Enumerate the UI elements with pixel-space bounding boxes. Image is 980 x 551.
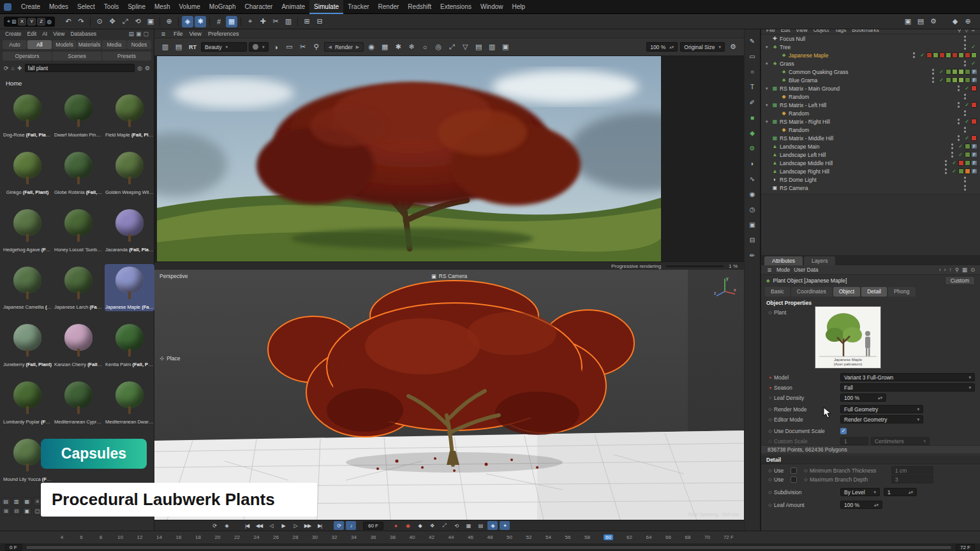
timeline-tick[interactable]: 60 [604,534,613,540]
deformer-icon[interactable]: ◗ [747,158,758,169]
plant-preview-image[interactable]: Japanese Maple (Acer palmatum) [815,306,881,369]
grid-icon[interactable]: # [213,16,225,27]
param-dot-icon[interactable]: ○ [766,395,774,400]
separator[interactable] [160,17,160,26]
object-name[interactable]: Random [789,127,809,133]
shape-tool-icon[interactable]: ▭ [747,51,758,62]
enable-check-icon[interactable]: ✓ [957,143,964,149]
menu-item[interactable]: Help [508,0,530,14]
asset-filter-tab[interactable]: Materials [77,40,101,49]
asset-filter-tab[interactable]: Auto [3,40,27,49]
object-name[interactable]: Landscape Middle Hill [780,160,833,166]
asset-item[interactable]: Golden Weeping Willow (Fall, Plant) [105,149,154,196]
screen-icon[interactable]: ▣ [747,219,758,230]
asset-category-tab[interactable]: Operators [3,52,52,61]
material-chip[interactable] [926,52,932,58]
detail-section-header[interactable]: Detail [761,455,980,464]
material-chip[interactable] [965,168,970,174]
timeline-tick[interactable]: 52 [526,534,532,540]
history-icon[interactable]: ▤ [173,41,184,53]
object-row[interactable]: ▾ ♣ Tree ✓ [761,43,980,51]
selection-tag-chip[interactable]: F [972,152,977,157]
current-frame-field[interactable]: 60 F [363,522,383,530]
layer-b-icon[interactable]: ▥ [12,497,22,506]
asset-item[interactable]: Japanese Larch (Fall, Plant) [54,264,103,311]
timeline-tick[interactable]: 46 [468,534,474,540]
object-name[interactable]: RS Matrix - Right Hill [780,119,830,125]
object-name[interactable]: Landscape Left Hill [780,152,826,158]
object-name[interactable]: Japanese Maple [789,52,828,59]
mode-dropdown[interactable]: Mode [776,267,790,273]
material-chip[interactable] [933,52,939,58]
remove-panel-icon[interactable]: ⊟ [12,507,22,515]
object-row[interactable]: ▲ Landscape Left Hill ✓ F [761,151,980,159]
material-chip[interactable] [952,69,958,75]
material-chip[interactable] [958,160,964,166]
object-row[interactable]: ◆ Random [761,126,980,134]
menu-item[interactable]: Simulate [309,0,343,14]
live-selection-icon[interactable]: ⊙ [94,16,105,27]
visibility-dots[interactable] [963,43,967,50]
property-tab[interactable]: Object [833,287,861,297]
timeline-tick[interactable]: 14 [156,534,163,540]
menu-item[interactable]: Volume [174,0,204,14]
expander-icon[interactable]: ▾ [766,86,771,91]
gear-icon[interactable]: ⚙ [727,41,739,53]
enable-check-icon[interactable]: ✓ [970,61,977,66]
asset-search-input[interactable] [25,64,135,72]
render-pass-dropdown[interactable]: Beauty▾ [201,42,247,52]
prev-key-icon[interactable]: ◀◀ [254,521,264,530]
asset-item[interactable]: Japanese Camellia (Fall, Plant) [3,264,52,311]
key-position-icon[interactable]: ✥ [427,521,437,530]
timeline-tick[interactable]: 28 [292,534,299,540]
timeline-tick[interactable]: 50 [507,534,513,540]
burger-menu-icon[interactable]: ≡ [160,28,167,40]
visibility-dots[interactable] [963,93,967,100]
asset-item[interactable]: Honey Locust 'Sunburst' (Fall, Plant) [54,207,103,254]
custom-scale-field[interactable]: 1 [840,437,868,445]
redo-icon[interactable]: ↷ [75,16,87,27]
render-stepper[interactable]: ◀Render▶ [324,42,364,52]
visibility-dots[interactable] [944,159,947,166]
custom-scale-unit-dropdown[interactable]: Centimeters▾ [871,437,930,445]
visibility-dots[interactable] [957,118,960,125]
timeline-tick[interactable]: 66 [665,534,671,540]
world-axis-icon[interactable]: ⌖ [7,18,10,25]
subdivision-field[interactable]: 1▴▾ [884,488,917,496]
timeline-tick[interactable]: 30 [312,534,318,540]
visibility-dots[interactable] [963,110,967,117]
timeline-ruler[interactable]: 4681012141618202224262830323436384042444… [0,531,980,543]
goto-start-icon[interactable]: |◀ [242,521,252,530]
search-settings-icon[interactable]: ⚙ [145,65,150,71]
home-icon[interactable]: ⌂ [11,65,15,71]
min-branch-use-checkbox[interactable]: ✓ [791,467,797,474]
menu-item[interactable]: Spline [123,0,150,14]
zoom-level-field[interactable]: 100 %▴▾ [646,42,678,52]
solo-icon[interactable]: ▣ [22,507,32,515]
object-name[interactable]: Common Quaking Grass [789,69,849,75]
render-to-picture-icon[interactable]: ▤ [915,16,926,27]
sound-icon[interactable]: ♪ [346,521,356,530]
asset-menu-item[interactable]: Databases [70,31,96,37]
asset-item[interactable]: Mediterranean Dwarf (Fall, Plant) [105,379,154,426]
simulate-settings-icon[interactable]: ✱ [195,16,206,27]
prev-frame-icon[interactable]: ◁ [266,521,276,530]
asset-menu-item[interactable]: AI [42,31,47,37]
visibility-dots[interactable] [932,68,935,75]
move-icon[interactable]: ✥ [107,16,118,27]
selection-tag-chip[interactable]: F [972,161,977,165]
layers-icon[interactable]: ▤ [473,41,484,53]
breadcrumb[interactable]: Home [0,73,154,87]
menu-item[interactable]: Tracker [343,0,374,14]
timeline-tick[interactable]: 44 [448,534,454,540]
menu-item[interactable]: Mesh [150,0,174,14]
rt-button[interactable]: RT [186,44,199,50]
timeline-tick[interactable]: 12 [137,534,143,540]
menu-item[interactable]: Extensions [436,0,476,14]
visibility-dots[interactable] [963,184,967,191]
object-row[interactable]: ✚ Focus Null [761,34,980,43]
display-mode-dropdown[interactable]: ▾ [249,42,269,52]
scissors-icon[interactable]: ✂ [270,16,281,27]
timeline-tick[interactable]: 34 [351,534,357,540]
asset-category-tab[interactable]: Presets [102,52,151,61]
